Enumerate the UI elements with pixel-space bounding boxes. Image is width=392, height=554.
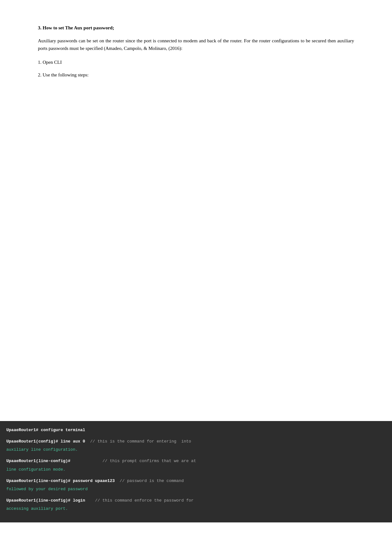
code-comment-5: // this command enforce the password for (85, 497, 194, 504)
code-continuation-3: line configuration mode. (6, 466, 65, 473)
code-command-4: UpaaeRouter1(line-config)# password upaa… (6, 478, 115, 485)
section-heading: 3. How to set The Aux port password; (38, 25, 354, 31)
code-continuation-4: followed by your desired password (6, 486, 87, 493)
list-item-1: 1. Open CLI (38, 58, 354, 66)
body-paragraph: Auxiliary passwords can be set on the ro… (38, 37, 354, 52)
list-item-2: 2. Use the following steps: (38, 71, 354, 79)
code-block: UpaaeRouter1# configure terminal UpaaeRo… (0, 421, 392, 522)
code-line-5: UpaaeRouter1(line-config)# login // this… (6, 497, 386, 512)
code-line-4: UpaaeRouter1(line-config)# password upaa… (6, 478, 386, 493)
code-line-3: UpaaeRouter1(line-config)# // this promp… (6, 458, 386, 473)
code-comment-2: // this is the command for entering into (85, 438, 191, 445)
code-command-5: UpaaeRouter1(line-config)# login (6, 497, 85, 504)
code-command-1: UpaaeRouter1# configure terminal (6, 427, 85, 434)
code-line-2: UpaaeRouter1(config)# line aux 0 // this… (6, 438, 386, 453)
code-command-3: UpaaeRouter1(line-config)# (6, 458, 70, 465)
code-comment-4: // password is the command (115, 478, 184, 485)
page: 3. How to set The Aux port password; Aux… (0, 0, 392, 554)
code-comment-3: // this prompt confirms that we are at (70, 458, 196, 465)
code-continuation-2: auxiliary line configuration. (6, 446, 78, 453)
code-continuation-5: accessing auxiliary port. (6, 505, 68, 512)
code-command-2: UpaaeRouter1(config)# line aux 0 (6, 438, 85, 445)
code-line-1: UpaaeRouter1# configure terminal (6, 427, 386, 434)
